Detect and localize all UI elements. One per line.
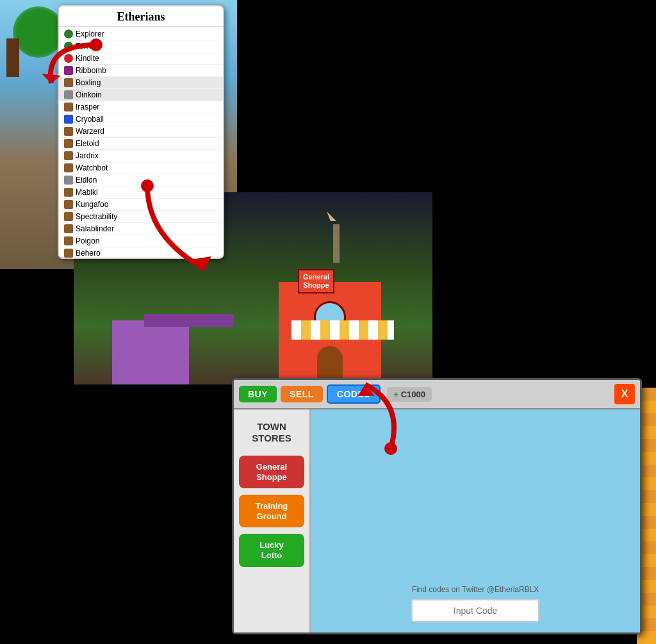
creature-icon — [64, 200, 73, 209]
list-item[interactable]: Eidlon — [59, 174, 223, 186]
store-body: TOWNSTORES GeneralShoppe TrainingGround … — [234, 409, 640, 632]
creature-icon — [64, 78, 73, 87]
currency-value: C1000 — [401, 390, 425, 399]
etherians-panel: Etherians Explorer Terroot Kindite Ribbo… — [58, 5, 224, 259]
creature-icon — [64, 188, 73, 197]
tab-buy-button[interactable]: BUY — [239, 386, 277, 402]
creature-icon — [64, 42, 73, 51]
creature-icon — [64, 249, 73, 258]
shoppe-main: GeneralShoppe — [279, 282, 381, 384]
store-currency: + C1000 — [387, 387, 432, 402]
store-sidebar-title: TOWNSTORES — [239, 416, 304, 449]
purple-building — [112, 320, 189, 384]
tab-codes-button[interactable]: CODES — [327, 384, 381, 404]
list-item[interactable]: Spectrability — [59, 211, 223, 223]
creature-icon — [64, 127, 73, 136]
list-item[interactable]: Cryoball — [59, 113, 223, 126]
lucky-lotto-button[interactable]: LuckyLotto — [239, 534, 304, 566]
shoppe-awning — [291, 320, 394, 340]
windmill — [324, 211, 349, 263]
purple-roof — [144, 314, 234, 327]
list-item[interactable]: Irasper — [59, 101, 223, 113]
list-item[interactable]: Boxling — [59, 77, 223, 89]
list-item[interactable]: Explorer — [59, 28, 223, 40]
creature-icon — [64, 54, 73, 63]
creature-icon — [64, 90, 73, 99]
store-panel: BUY SELL CODES + C1000 X TOWNSTORES Gene… — [232, 378, 642, 634]
store-close-button[interactable]: X — [614, 384, 635, 404]
list-item[interactable]: Salablinder — [59, 223, 223, 235]
etherians-list: Explorer Terroot Kindite Ribbomb Boxling… — [59, 27, 223, 258]
store-sidebar: TOWNSTORES GeneralShoppe TrainingGround … — [234, 409, 311, 632]
creature-icon — [64, 224, 73, 233]
list-item[interactable]: Kungafoo — [59, 199, 223, 211]
list-item[interactable]: Oinkoin — [59, 89, 223, 101]
store-header: BUY SELL CODES + C1000 X — [234, 380, 640, 409]
list-item[interactable]: Eletoid — [59, 138, 223, 150]
training-ground-button[interactable]: TrainingGround — [239, 495, 304, 527]
list-item[interactable]: Ribbomb — [59, 65, 223, 77]
currency-icon: + — [393, 390, 398, 399]
list-item[interactable]: Kindite — [59, 53, 223, 65]
creature-icon — [64, 29, 73, 38]
store-codes-content: Find codes on Twitter @EtheriaRBLX — [311, 409, 640, 632]
creature-icon — [64, 236, 73, 245]
creature-icon — [64, 115, 73, 124]
shoppe-sign: GeneralShoppe — [298, 269, 334, 293]
shoppe-building: GeneralShoppe — [266, 256, 394, 384]
code-input-field[interactable] — [411, 599, 539, 622]
tab-sell-button[interactable]: SELL — [281, 386, 323, 402]
list-item[interactable]: Warzerd — [59, 126, 223, 138]
etherians-title: Etherians — [59, 6, 223, 27]
creature-icon — [64, 212, 73, 221]
creature-icon — [64, 151, 73, 160]
creature-icon — [64, 139, 73, 148]
list-item[interactable]: Behero — [59, 247, 223, 258]
codes-hint-text: Find codes on Twitter @EtheriaRBLX — [412, 585, 539, 594]
list-item[interactable]: Jardrix — [59, 150, 223, 162]
creature-icon — [64, 66, 73, 75]
list-item[interactable]: Watchbot — [59, 162, 223, 174]
creature-icon — [64, 176, 73, 185]
list-item[interactable]: Poigon — [59, 235, 223, 247]
general-shoppe-button[interactable]: GeneralShoppe — [239, 456, 304, 488]
list-item[interactable]: Terroot — [59, 40, 223, 53]
creature-icon — [64, 163, 73, 172]
list-item[interactable]: Mabiki — [59, 186, 223, 199]
creature-icon — [64, 103, 73, 111]
windmill-body — [333, 224, 340, 263]
